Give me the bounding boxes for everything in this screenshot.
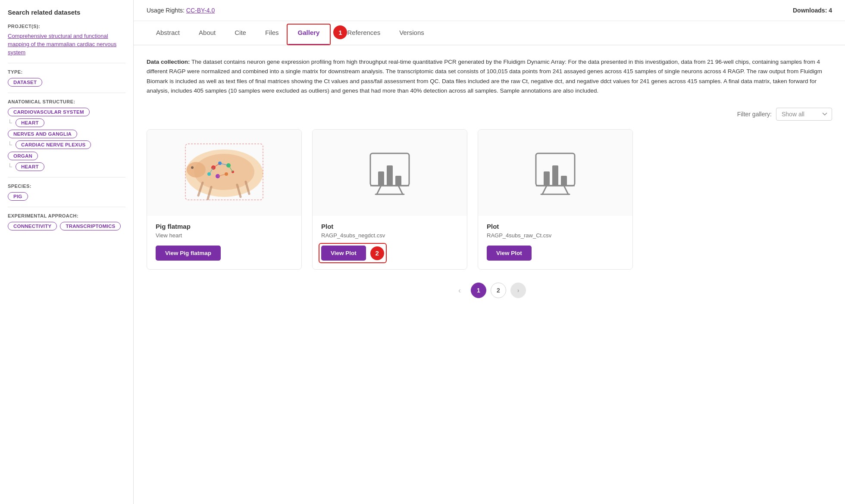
- svg-point-18: [187, 162, 206, 177]
- svg-rect-32: [552, 165, 558, 186]
- card-subtitle-flatmap: View heart: [156, 232, 293, 239]
- data-collection-body: The dataset contains neuron gene express…: [147, 59, 822, 94]
- divider-4: [8, 207, 125, 207]
- gallery-cards: Pig flatmap View heart View Pig flatmap: [147, 129, 832, 270]
- filter-label: Filter gallery:: [737, 111, 772, 118]
- organ-row: ORGAN: [8, 152, 125, 160]
- page-layout: Search related datasets PROJECT(S): Comp…: [0, 0, 845, 504]
- main-content: Usage Rights: CC-BY-4.0 Downloads: 4 Abs…: [134, 0, 845, 504]
- card-pig-flatmap: Pig flatmap View heart View Pig flatmap: [147, 129, 302, 270]
- project-link[interactable]: Comprehensive structural and functional …: [8, 32, 125, 57]
- view-pig-flatmap-button[interactable]: View Pig flatmap: [156, 246, 221, 261]
- card-plot-2: Plot RAGP_4subs_raw_Ct.csv View Plot: [478, 129, 633, 270]
- organ-tag[interactable]: ORGAN: [8, 152, 38, 160]
- cardiac-nerve-tag[interactable]: CARDIAC NERVE PLEXUS: [16, 140, 91, 149]
- divider-2: [8, 93, 125, 93]
- step-badge-2: 2: [370, 246, 384, 260]
- page-btn-2[interactable]: 2: [491, 283, 506, 298]
- view-plot-2-button[interactable]: View Plot: [487, 246, 532, 261]
- card-body-flatmap: Pig flatmap View heart View Pig flatmap: [147, 216, 301, 269]
- gallery-filter-row: Filter gallery: Show all: [147, 108, 832, 121]
- svg-line-27: [398, 186, 403, 194]
- card-title-plot-1: Plot: [321, 223, 458, 230]
- tab-versions[interactable]: Versions: [390, 21, 434, 45]
- filter-select[interactable]: Show all: [776, 108, 832, 121]
- content-area: Data collection: The dataset contains ne…: [134, 45, 845, 310]
- corner-icon-1: └: [8, 119, 12, 126]
- card-body-plot-1: Plot RAGP_4subs_negdct.csv View Plot 2: [313, 216, 467, 269]
- top-bar: Usage Rights: CC-BY-4.0 Downloads: 4: [134, 0, 845, 21]
- tab-abstract[interactable]: Abstract: [147, 21, 189, 45]
- heart-tag-2[interactable]: HEART: [16, 162, 44, 171]
- data-collection-bold: Data collection:: [147, 59, 190, 65]
- usage-rights-link[interactable]: CC-BY-4.0: [186, 7, 215, 14]
- type-tags: DATASET: [8, 78, 125, 87]
- divider-3: [8, 177, 125, 177]
- plot-icon-1: [366, 149, 413, 196]
- card-img-plot-2: [478, 130, 632, 216]
- tab-gallery[interactable]: Gallery: [288, 21, 329, 45]
- tab-cite[interactable]: Cite: [225, 21, 256, 45]
- prev-page-arrow[interactable]: ‹: [453, 283, 466, 297]
- svg-point-19: [191, 166, 194, 169]
- card-plot-1-wrapper: Plot RAGP_4subs_negdct.csv View Plot 2: [312, 129, 467, 270]
- svg-rect-24: [387, 165, 393, 186]
- data-collection-text: Data collection: The dataset contains ne…: [147, 57, 832, 96]
- tabs-bar: Abstract About Cite Files Gallery 1 Refe…: [134, 21, 845, 45]
- cardiac-nerve-row: └ CARDIAC NERVE PLEXUS: [8, 140, 125, 149]
- card-subtitle-plot-2: RAGP_4subs_raw_Ct.csv: [487, 232, 624, 239]
- species-label: SPECIES:: [8, 184, 125, 189]
- experimental-tags: CONNECTIVITY TRANSCRIPTOMICS: [8, 222, 125, 230]
- plot-icon-2: [532, 149, 579, 196]
- card-body-plot-2: Plot RAGP_4subs_raw_Ct.csv View Plot: [478, 216, 632, 269]
- card-img-flatmap: [147, 130, 301, 216]
- nerves-tag[interactable]: NERVES AND GANGLIA: [8, 130, 77, 138]
- heart-child-row-2: └ HEART: [8, 162, 125, 171]
- usage-rights-label: Usage Rights:: [147, 7, 185, 14]
- svg-rect-25: [395, 176, 401, 186]
- transcriptomics-tag[interactable]: TRANSCRIPTOMICS: [60, 222, 121, 230]
- cardiovascular-tag[interactable]: CARDIOVASCULAR SYSTEM: [8, 108, 90, 116]
- card-plot-1: Plot RAGP_4subs_negdct.csv View Plot 2: [312, 129, 467, 270]
- pagination: ‹ 1 2 ›: [147, 283, 832, 298]
- anatomical-label: ANATOMICAL STRUCTURE:: [8, 99, 125, 104]
- connectivity-tag[interactable]: CONNECTIVITY: [8, 222, 57, 230]
- usage-rights: Usage Rights: CC-BY-4.0: [147, 7, 215, 14]
- pig-flatmap-svg: [177, 140, 272, 206]
- sidebar-title: Search related datasets: [8, 9, 125, 16]
- experimental-label: EXPERIMENTAL APPROACH:: [8, 213, 125, 218]
- card-title-plot-2: Plot: [487, 223, 624, 230]
- nerves-row: NERVES AND GANGLIA: [8, 130, 125, 138]
- corner-icon-2: └: [8, 141, 12, 148]
- corner-icon-3: └: [8, 163, 12, 170]
- svg-rect-31: [544, 171, 550, 186]
- sidebar: Search related datasets PROJECT(S): Comp…: [0, 0, 134, 504]
- tab-files[interactable]: Files: [256, 21, 288, 45]
- heart-child-row-1: └ HEART: [8, 118, 125, 127]
- card-subtitle-plot-1: RAGP_4subs_negdct.csv: [321, 232, 458, 239]
- tab-about[interactable]: About: [189, 21, 225, 45]
- card-img-plot-1: [313, 130, 467, 216]
- type-label: TYPE:: [8, 69, 125, 75]
- species-tags: PIG: [8, 192, 125, 201]
- next-page-arrow[interactable]: ›: [510, 283, 526, 298]
- svg-line-26: [377, 186, 381, 194]
- heart-tag-1[interactable]: HEART: [16, 118, 44, 127]
- svg-line-35: [564, 186, 568, 194]
- page-btn-1[interactable]: 1: [471, 283, 486, 298]
- svg-rect-33: [561, 176, 567, 186]
- svg-line-34: [542, 186, 547, 194]
- cardiovascular-row: CARDIOVASCULAR SYSTEM: [8, 108, 125, 116]
- svg-rect-23: [378, 171, 384, 186]
- divider-1: [8, 63, 125, 63]
- projects-label: PROJECT(S):: [8, 24, 125, 29]
- card-title-flatmap: Pig flatmap: [156, 223, 293, 230]
- dataset-tag[interactable]: DATASET: [8, 78, 42, 87]
- pig-tag[interactable]: PIG: [8, 192, 28, 201]
- downloads-count: Downloads: 4: [793, 7, 832, 14]
- view-plot-1-button[interactable]: View Plot: [321, 246, 366, 261]
